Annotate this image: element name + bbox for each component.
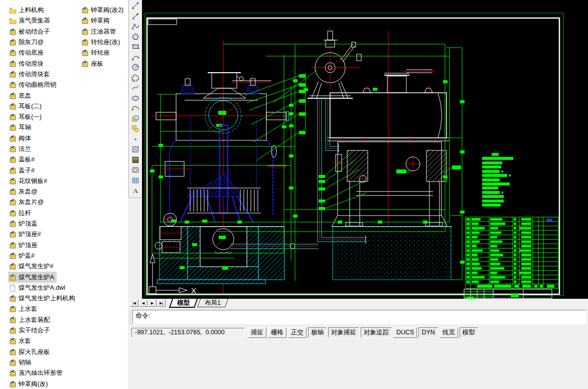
file-item-label: 炉盖# <box>19 252 35 260</box>
file-item[interactable]: 上水套 <box>8 304 40 314</box>
revision-cloud-tool-button[interactable] <box>130 73 141 83</box>
file-item[interactable]: 耳板(一) <box>8 112 44 122</box>
file-item-label: 转轮座 <box>91 49 110 57</box>
file-item-label: 探火孔座板 <box>19 348 50 356</box>
file-item[interactable]: 被动结合子 <box>8 27 53 37</box>
file-item[interactable]: 探火孔座板 <box>8 347 53 357</box>
ellipse-tool-button[interactable] <box>130 93 141 104</box>
tab-nav-button[interactable]: ▶ <box>148 299 157 307</box>
tab-模型[interactable]: 模型 <box>169 299 198 308</box>
rectangle-tool-button[interactable] <box>130 42 141 52</box>
file-item[interactable]: 传动滑块 <box>8 58 46 69</box>
file-item-label: 上水套 <box>19 305 38 313</box>
file-item[interactable]: 蒸气受集器 <box>8 16 53 26</box>
dwg-icon <box>9 135 17 142</box>
side-elevation-view <box>308 28 452 281</box>
status-toggle-DUCS[interactable]: DUCS <box>393 327 417 338</box>
status-bar: -997.1021, -2153.0765, 0.0000 捕捉栅格正交极轴对象… <box>128 326 588 339</box>
construction-line-tool-button[interactable] <box>130 11 141 22</box>
point-tool-button[interactable] <box>130 134 141 145</box>
file-item[interactable]: 耳板(二) <box>8 101 44 112</box>
dwg-icon <box>81 39 89 46</box>
circle-icon <box>131 63 139 71</box>
file-item[interactable]: 阀体 <box>8 133 34 144</box>
multiline-text-tool-button[interactable]: A <box>130 185 141 196</box>
circle-tool-button[interactable] <box>130 62 141 73</box>
file-item[interactable]: 实干结合子 <box>8 325 53 336</box>
file-item[interactable]: 煤气发生炉上料机构 <box>8 293 78 304</box>
status-toggle-极轴[interactable]: 极轴 <box>308 327 327 338</box>
file-item[interactable]: 蒸汽抽出环形管 <box>8 368 65 378</box>
ellipse-arc-tool-button[interactable] <box>130 103 141 114</box>
drawing-viewport[interactable]: X <box>142 0 588 299</box>
make-block-tool-button[interactable] <box>130 124 141 134</box>
file-item[interactable]: 注油器管 <box>80 27 118 37</box>
line-icon <box>131 2 139 10</box>
tab-布局1[interactable]: 布局1 <box>197 299 228 307</box>
file-item[interactable]: 转轮座 <box>80 48 112 58</box>
file-item[interactable]: 炉顶盖 <box>8 219 40 229</box>
status-toggle-栅格[interactable]: 栅格 <box>268 327 286 338</box>
file-item[interactable]: 炉盖# <box>8 251 37 261</box>
file-item[interactable]: 传动曲柄用销 <box>8 80 59 90</box>
insert-block-tool-button[interactable] <box>130 114 141 124</box>
file-item[interactable]: 炉顶座# <box>8 229 43 240</box>
status-toggle-正交[interactable]: 正交 <box>288 327 307 338</box>
spline-tool-button[interactable] <box>130 83 141 93</box>
file-item[interactable]: 耳轴 <box>8 122 34 133</box>
command-prompt: 命令: <box>135 312 151 319</box>
command-panel-grip[interactable] <box>129 310 131 324</box>
command-input[interactable]: 命令: <box>132 310 586 324</box>
file-item[interactable]: 盖板# <box>8 154 37 165</box>
file-item[interactable]: 销轴 <box>8 357 34 368</box>
table-tool-button[interactable] <box>130 175 141 186</box>
folder-icon <box>9 7 17 14</box>
file-item[interactable]: 花纹钢板# <box>8 176 50 186</box>
arc-tool-button[interactable] <box>130 52 141 63</box>
file-item[interactable]: 钟罩阀(改) <box>8 378 50 389</box>
file-item[interactable]: 煤气发生炉A.dwl <box>8 283 68 293</box>
tab-nav-button[interactable]: ▶| <box>157 299 166 307</box>
file-item[interactable]: 盖子# <box>8 165 37 175</box>
file-item[interactable]: 炉顶座 <box>8 240 40 251</box>
file-item-label: 耳板(一) <box>19 113 42 121</box>
status-toggle-DYN[interactable]: DYN <box>418 327 437 338</box>
hatch-tool-button[interactable] <box>130 144 141 155</box>
region-tool-button[interactable] <box>130 165 141 175</box>
polygon-tool-button[interactable] <box>130 32 141 42</box>
file-item[interactable]: 底盘 <box>8 90 34 101</box>
file-list-panel: 上料机构蒸气受集器被动结合子除灰刀@传动底座传动滑块传动滑块套传动曲柄用销底盘耳… <box>0 0 128 389</box>
parts-list-table <box>466 217 558 289</box>
file-item[interactable]: 除灰刀@ <box>8 37 46 48</box>
file-item[interactable]: 转轮座(改) <box>80 37 122 48</box>
file-item[interactable]: 灰盘@ <box>8 186 40 197</box>
file-item[interactable]: 钟罩阀(改2) <box>80 5 126 16</box>
front-section-view <box>152 40 290 294</box>
file-item[interactable]: 煤气发生炉A <box>8 272 57 282</box>
file-item[interactable]: 拉杆 <box>8 208 34 219</box>
line-tool-button[interactable] <box>130 1 141 11</box>
file-item[interactable]: 煤气发生炉# <box>8 261 56 272</box>
status-toggle-线宽[interactable]: 线宽 <box>439 327 458 338</box>
file-item[interactable]: 传动底座 <box>8 48 46 58</box>
polyline-tool-button[interactable] <box>130 21 141 32</box>
status-toggle-模型[interactable]: 模型 <box>460 327 478 338</box>
status-toggle-对象捕捉[interactable]: 对象捕捉 <box>328 327 359 338</box>
tab-nav-button[interactable]: |◀ <box>130 299 138 307</box>
status-toggle-捕捉[interactable]: 捕捉 <box>248 327 266 338</box>
file-item[interactable]: 法兰 <box>8 144 34 154</box>
file-item[interactable]: 上水套装配 <box>8 315 53 325</box>
file-item[interactable]: 传动滑块套 <box>8 69 53 80</box>
dwg-icon <box>81 49 89 57</box>
gradient-tool-button[interactable] <box>130 155 141 165</box>
make-block-icon <box>131 125 139 133</box>
status-toggle-对象追踪[interactable]: 对象追踪 <box>361 327 392 338</box>
file-item[interactable]: 灰盘片@ <box>8 197 46 208</box>
tab-nav-button[interactable]: ◀ <box>139 299 148 307</box>
file-item-label: 传动滑块套 <box>19 70 50 79</box>
file-item[interactable]: 水套 <box>8 336 34 346</box>
file-item[interactable]: 座板 <box>80 58 106 69</box>
file-item[interactable]: 上料机构 <box>8 5 46 16</box>
file-item[interactable]: 钟罩阀 <box>80 16 112 26</box>
dwg-icon <box>9 177 17 185</box>
